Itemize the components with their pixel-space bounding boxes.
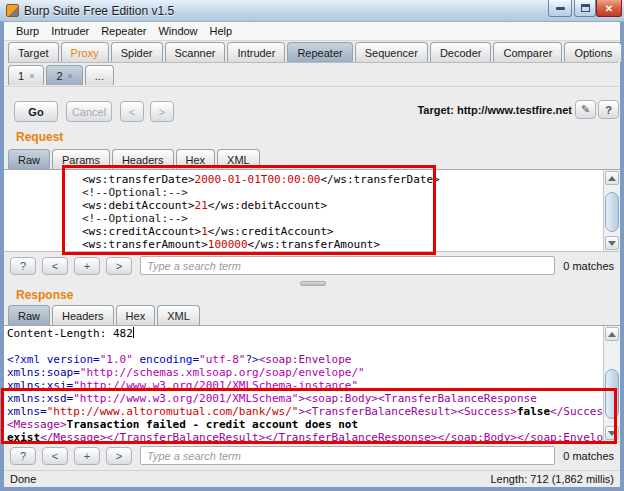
menu-help[interactable]: Help — [204, 23, 239, 39]
request-match-count: 0 matches — [563, 260, 614, 272]
close-button[interactable]: ✕ — [596, 0, 622, 17]
code-line: xmlns="http://www.altoromutual.com/bank/… — [7, 405, 620, 418]
request-tab-hex[interactable]: Hex — [176, 149, 216, 169]
code-line: <ws:creditAccount>1</ws:creditAccount> — [82, 225, 620, 238]
code-line: Content-Length: 482 — [7, 327, 620, 340]
search-prev-button[interactable]: < — [42, 447, 68, 465]
burp-app-icon — [6, 4, 19, 17]
splitter-handle[interactable] — [300, 281, 326, 286]
request-tab-raw[interactable]: Raw — [8, 149, 50, 169]
search-add-button[interactable]: + — [74, 257, 100, 275]
request-search-bar: ? < + > 0 matches — [4, 252, 620, 279]
history-next-button[interactable]: > — [150, 101, 174, 122]
request-editor[interactable]: <ws:transferDate>2000-01-01T00:00:00</ws… — [4, 169, 620, 252]
help-icon: ? — [605, 104, 612, 116]
scroll-down-button[interactable] — [605, 236, 619, 250]
request-tab-params[interactable]: Params — [52, 149, 110, 169]
code-line: xmlns:soap="http://schemas.xmlsoap.org/s… — [7, 366, 620, 379]
tab-comparer[interactable]: Comparer — [493, 42, 562, 62]
scroll-down-button[interactable] — [605, 426, 619, 440]
tab-intruder[interactable]: Intruder — [227, 42, 285, 62]
request-tab-xml[interactable]: XML — [217, 149, 260, 169]
code-line: xmlns:xsd="http://www.w3.org/2001/XMLSch… — [7, 392, 620, 405]
scrollbar-thumb[interactable] — [605, 192, 619, 232]
request-tab-headers[interactable]: Headers — [112, 149, 174, 169]
repeater-tab-new[interactable]: ... — [85, 65, 114, 85]
code-line: <ws:debitAccount>21</ws:debitAccount> — [82, 199, 620, 212]
tab-sequencer[interactable]: Sequencer — [355, 42, 428, 62]
repeater-tab-2-label: 2 — [56, 70, 62, 82]
menu-window[interactable]: Window — [152, 23, 203, 39]
menu-bar: Burp Intruder Repeater Window Help — [4, 22, 620, 41]
tab-options[interactable]: Options — [564, 42, 622, 62]
code-line: <!--Optional:--> — [82, 212, 620, 225]
code-line: xmlns:xsi="http://www.w3.org/2001/XMLSch… — [7, 379, 620, 392]
response-tab-raw[interactable]: Raw — [8, 305, 50, 325]
scrollbar-thumb[interactable] — [605, 369, 619, 419]
close-tab-icon[interactable]: × — [29, 71, 34, 81]
response-search-input[interactable] — [140, 446, 555, 465]
request-search-input[interactable] — [140, 256, 555, 275]
tab-proxy[interactable]: Proxy — [61, 42, 109, 62]
arrow-up-icon — [608, 176, 616, 181]
status-text: Done — [10, 473, 36, 485]
search-next-button[interactable]: > — [106, 257, 132, 275]
status-bar: Done Length: 712 (1,862 millis) — [4, 470, 620, 487]
minimize-button[interactable] — [548, 0, 572, 17]
response-body[interactable]: Content-Length: 482 <?xml version="1.0" … — [4, 326, 620, 442]
response-tab-xml[interactable]: XML — [157, 305, 200, 325]
arrow-down-icon — [608, 241, 616, 246]
menu-repeater[interactable]: Repeater — [95, 23, 152, 39]
length-text: Length: 712 (1,862 millis) — [490, 473, 614, 485]
title-bar[interactable]: Burp Suite Free Edition v1.5 — [0, 0, 624, 22]
arrow-up-icon — [608, 332, 616, 337]
repeater-tab-1[interactable]: 1 × — [8, 65, 44, 85]
close-tab-icon[interactable]: × — [68, 71, 73, 81]
tab-target[interactable]: Target — [8, 42, 59, 62]
request-tab-bar: Raw Params Headers Hex XML — [8, 148, 262, 169]
code-line: <ws:transferAmount>100000</ws:transferAm… — [82, 238, 620, 251]
repeater-tab-1-label: 1 — [18, 70, 24, 82]
go-button[interactable]: Go — [14, 101, 58, 122]
burp-suite-window: Burp Suite Free Edition v1.5 ✕ Burp Intr… — [0, 0, 624, 491]
main-tab-bar: Target Proxy Spider Scanner Intruder Rep… — [8, 42, 618, 63]
response-scrollbar[interactable] — [603, 326, 620, 441]
response-search-bar: ? < + > 0 matches — [4, 442, 620, 469]
response-tab-bar: Raw Headers Hex XML — [8, 304, 202, 325]
pencil-icon: ✎ — [581, 103, 590, 116]
response-tab-hex[interactable]: Hex — [116, 305, 156, 325]
code-line: <?xml version="1.0" encoding="utf-8"?><s… — [7, 353, 620, 366]
request-title: Request — [16, 130, 63, 144]
menu-burp[interactable]: Burp — [10, 23, 45, 39]
tab-repeater[interactable]: Repeater — [287, 42, 352, 62]
response-tab-headers[interactable]: Headers — [52, 305, 114, 325]
close-icon: ✕ — [605, 3, 613, 14]
target-line: Target: http://www.testfire.net — [417, 104, 572, 116]
maximize-button[interactable] — [574, 0, 596, 17]
search-help-button[interactable]: ? — [10, 447, 36, 465]
response-viewer[interactable]: Content-Length: 482 <?xml version="1.0" … — [4, 325, 620, 442]
scroll-up-button[interactable] — [605, 171, 619, 185]
history-prev-button[interactable]: < — [120, 101, 144, 122]
search-help-button[interactable]: ? — [10, 257, 36, 275]
target-help-button[interactable]: ? — [598, 100, 619, 119]
scroll-up-button[interactable] — [605, 327, 619, 341]
edit-target-button[interactable]: ✎ — [575, 100, 596, 119]
repeater-tab-bar: 1 × 2 × ... — [8, 64, 116, 85]
target-label: Target: — [417, 104, 453, 116]
request-scrollbar[interactable] — [603, 170, 620, 251]
tab-spider[interactable]: Spider — [111, 42, 163, 62]
target-url: http://www.testfire.net — [457, 104, 572, 116]
search-next-button[interactable]: > — [106, 447, 132, 465]
response-match-count: 0 matches — [563, 450, 614, 462]
tab-scanner[interactable]: Scanner — [165, 42, 226, 62]
tab-decoder[interactable]: Decoder — [430, 42, 492, 62]
search-prev-button[interactable]: < — [42, 257, 68, 275]
repeater-tab-2[interactable]: 2 × — [46, 65, 82, 85]
cancel-button[interactable]: Cancel — [66, 101, 112, 122]
code-line: exist</Message></TransferBalanceResult><… — [7, 431, 620, 442]
request-body[interactable]: <ws:transferDate>2000-01-01T00:00:00</ws… — [4, 170, 620, 251]
search-add-button[interactable]: + — [74, 447, 100, 465]
menu-intruder[interactable]: Intruder — [45, 23, 95, 39]
maximize-icon — [581, 4, 590, 12]
